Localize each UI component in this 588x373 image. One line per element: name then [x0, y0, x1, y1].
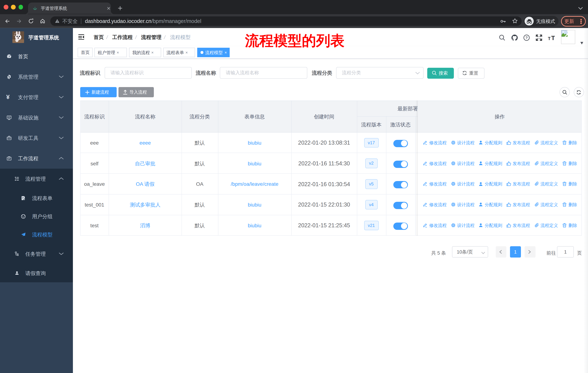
- svg-text:T: T: [551, 35, 555, 40]
- svg-text:?: ?: [525, 36, 528, 40]
- svg-text:T: T: [548, 36, 551, 40]
